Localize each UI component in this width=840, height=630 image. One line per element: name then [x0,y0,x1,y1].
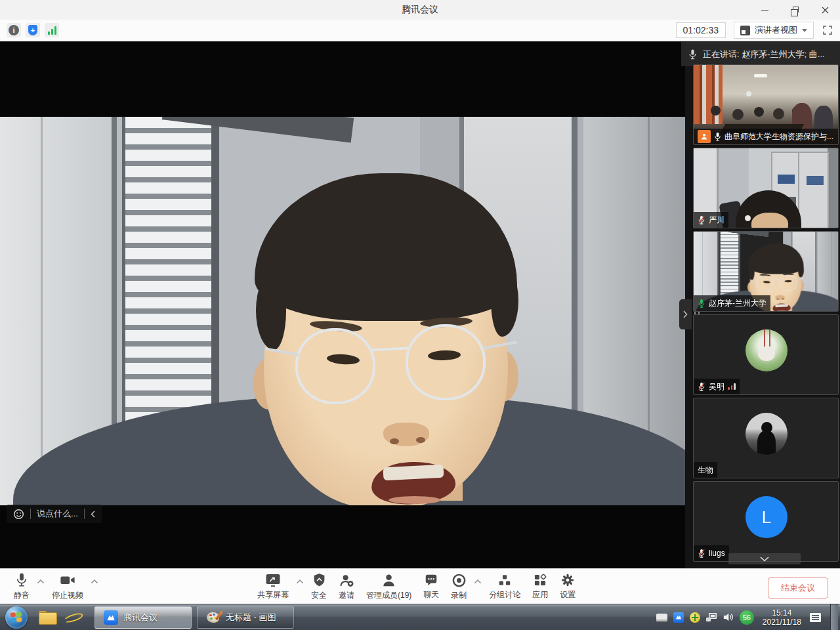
start-button[interactable] [5,606,28,629]
minimize-button[interactable] [749,0,780,20]
chevron-up-icon [296,579,304,584]
participant-tile-shengwu[interactable]: 生物 [693,398,839,478]
notification-list-icon[interactable] [810,613,821,622]
chat-label: 聊天 [423,589,439,600]
taskbar-clock[interactable]: 15:14 2021/11/18 [763,608,801,627]
chat-input-placeholder[interactable]: 说点什么... [37,508,78,520]
participant-tile-qufu[interactable]: 曲阜师范大学生物资源保护与... [693,64,839,145]
chat-collapse-icon[interactable] [91,511,95,518]
mic-muted-icon [698,382,705,391]
mic-icon [688,49,697,60]
participant-tile-wuming[interactable]: 吴明 [693,314,839,395]
chat-divider [30,509,31,519]
settings-button[interactable]: 设置 [554,569,581,604]
tray-antivirus-icon[interactable] [690,612,700,623]
record-icon [452,573,467,588]
participant-name: liugs [709,549,725,558]
system-tray: 56 15:14 2021/11/18 [656,604,840,630]
mic-muted-icon [698,215,705,224]
taskbar-app-meeting[interactable]: 腾讯会议 [94,606,192,629]
stop-video-button[interactable]: 停止视频 [46,569,89,604]
meeting-protect-button[interactable] [26,23,40,37]
participant-name: 严川 [709,215,724,226]
minimize-icon [761,10,768,10]
participant-tile-yanchuan[interactable]: 严川 [693,148,839,228]
network-quality-button[interactable] [45,23,59,37]
toolbar-center-group: 共享屏幕 安全 邀请 [251,569,581,604]
emoji-icon[interactable] [13,509,24,520]
participant-name: 赵序茅-兰州大学 [709,298,766,309]
toolbar-left-group: 静音 停止视频 [8,569,100,604]
video-options-caret[interactable] [89,564,100,599]
apps-button[interactable]: 应用 [526,569,554,604]
breakout-icon [497,573,512,587]
network-icon[interactable] [706,613,717,621]
mute-options-caret[interactable] [35,564,46,599]
file-explorer-button[interactable] [34,604,60,630]
share-screen-button[interactable]: 共享屏幕 [251,569,295,604]
meeting-info-button[interactable] [7,23,21,37]
volume-icon[interactable] [723,612,734,622]
meeting-timer: 01:02:33 [676,22,726,38]
window-controls [749,0,840,20]
participant-name: 生物 [698,465,713,476]
apps-label: 应用 [532,589,548,600]
clock-time: 15:14 [763,608,801,618]
manage-members-button[interactable]: 管理成员(19) [360,569,417,604]
scroll-more-participants[interactable] [728,553,801,564]
hamster-avatar [746,329,788,371]
main-video-frame [0,117,685,505]
participant-tile-liugs[interactable]: L liugs [693,481,839,562]
chat-button[interactable]: 聊天 [417,569,445,604]
security-label: 安全 [311,590,327,601]
gear-icon [560,573,575,587]
security-button[interactable]: 安全 [305,569,333,604]
record-options-caret[interactable] [472,564,483,599]
shield-plus-icon [28,25,37,35]
chevron-down-icon [760,556,769,562]
tray-boost-badge[interactable]: 56 [740,610,754,625]
touch-keyboard-icon[interactable] [656,614,667,621]
tray-meeting-icon[interactable] [673,612,684,623]
speaker-video-scene [0,117,685,505]
participant-name-bar: 生物 [694,462,717,478]
restore-button[interactable] [780,0,810,20]
speaker-lip [388,496,441,504]
windows-taskbar: 腾讯会议 无标题 - 画图 56 15:14 2021/11/18 [0,604,840,630]
internet-explorer-button[interactable] [60,604,87,630]
invite-button[interactable]: 邀请 [333,569,360,604]
speaking-status-banner: 正在讲话: 赵序茅-兰州大学; 曲... [681,42,840,66]
participants-sidebar: 正在讲话: 赵序茅-兰州大学; 曲... [690,42,840,568]
settings-label: 设置 [560,589,576,600]
internet-explorer-icon [64,608,83,627]
paint-icon [206,610,220,625]
chevron-up-icon [91,579,98,584]
record-button[interactable]: 录制 [445,569,472,604]
participant-name-bar: 严川 [694,212,728,228]
show-desktop-button[interactable] [830,604,838,630]
breakout-rooms-button[interactable]: 分组讨论 [483,569,526,604]
share-options-caret[interactable] [295,564,305,599]
meeting-topbar: 01:02:33 演讲者视图 [0,20,840,41]
speaking-status-text: 正在讲话: 赵序茅-兰州大学; 曲... [703,49,825,60]
participant-earphone [745,215,751,221]
classroom-light [754,74,767,77]
close-button[interactable] [810,0,840,20]
window-title: 腾讯会议 [402,4,438,16]
participant-name: 吴明 [709,381,724,392]
fullscreen-icon[interactable] [822,24,833,36]
mute-button[interactable]: 静音 [8,569,35,604]
chat-bubble-icon [424,573,438,587]
camera-icon [60,572,75,588]
chat-quick-bar: 说点什么... [7,505,102,523]
taskbar-app-paint[interactable]: 无标题 - 画图 [197,606,294,629]
poor-signal-icon [728,383,736,390]
speaker-glasses-left [295,328,375,404]
main-video: 说点什么... [0,42,685,568]
share-screen-label: 共享屏幕 [257,589,289,600]
end-meeting-button[interactable]: 结束会议 [768,578,828,598]
participant-tile-zhaoxumao[interactable]: 赵序茅-兰州大学 [693,231,839,312]
classroom-curtain [694,65,723,124]
view-mode-button[interactable]: 演讲者视图 [734,22,814,39]
participant-face [751,213,788,228]
